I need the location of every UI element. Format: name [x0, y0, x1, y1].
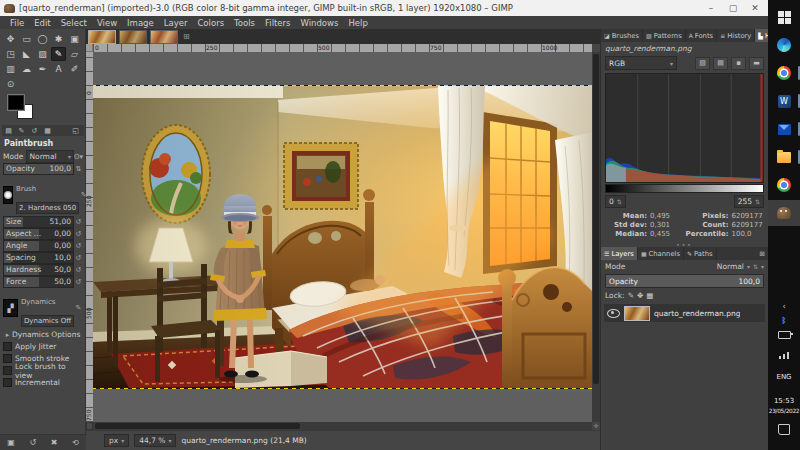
foreground-color-swatch[interactable] — [8, 95, 24, 110]
horizontal-ruler[interactable]: 0 250 500 750 1000 — [93, 44, 592, 52]
close-button[interactable]: ✕ — [744, 0, 766, 16]
notification-center-button[interactable] — [768, 420, 800, 439]
canvas-viewport[interactable] — [93, 52, 592, 422]
force-reset-icon[interactable]: ↺ — [74, 278, 83, 286]
paintbrush-tool-icon[interactable]: ✎ — [51, 47, 66, 61]
chrome-taskbar-button[interactable] — [768, 60, 800, 86]
crop-tool-icon[interactable]: ▣ — [67, 32, 82, 46]
close-dock-icon[interactable]: ⊠ — [756, 247, 768, 260]
expand-button[interactable]: ▪ — [731, 57, 746, 70]
layer-opacity-slider[interactable]: Opacity 100,0 — [605, 274, 764, 288]
brush-thumbnail[interactable] — [3, 186, 13, 204]
menu-image[interactable]: Image — [122, 18, 159, 28]
menu-windows[interactable]: Windows — [296, 18, 344, 28]
language-indicator[interactable]: ENG — [768, 364, 800, 383]
range-max-spinner[interactable]: 255 ⇅ — [734, 195, 764, 208]
ruler-corner-button[interactable] — [86, 44, 93, 52]
transform-tool-icon[interactable]: ◳ — [3, 47, 18, 61]
chevron-down-icon[interactable]: ▾ — [747, 263, 750, 270]
apply-jitter-checkbox-row[interactable]: Apply Jitter — [3, 341, 83, 352]
angle-reset-icon[interactable]: ↺ — [74, 242, 83, 250]
fuzzy-select-tool-icon[interactable]: ✱ — [51, 32, 66, 46]
tab-patterns[interactable]: ▨Patterns — [643, 29, 686, 42]
minimize-button[interactable]: – — [700, 0, 722, 16]
vertical-ruler[interactable]: 0 250 500 750 — [86, 52, 93, 422]
restore-tool-preset-button[interactable]: ↺ — [29, 438, 36, 447]
log-histogram-button[interactable]: ▤ — [713, 57, 728, 70]
text-tool-icon[interactable]: A — [51, 62, 66, 76]
vertical-scrollbar-thumb[interactable] — [593, 54, 599, 384]
menu-layer[interactable]: Layer — [159, 18, 193, 28]
image-tab-thumbnail-3[interactable] — [150, 30, 178, 44]
menu-select[interactable]: Select — [56, 18, 92, 28]
paint-mode-select[interactable]: Normal ▾ — [26, 150, 74, 163]
menu-file[interactable]: File — [5, 18, 29, 28]
network-tray-button[interactable] — [768, 344, 800, 363]
configure-tab-menu-button[interactable]: ◱ — [69, 127, 82, 135]
dock-menu-button[interactable]: ▬ — [749, 57, 764, 70]
tool-opacity-slider[interactable]: Opacity 100,0 — [3, 163, 74, 175]
edit-dynamics-icon[interactable]: ✎ — [74, 304, 83, 312]
gradient-tool-icon[interactable]: ▨ — [35, 47, 50, 61]
apply-jitter-checkbox[interactable] — [3, 342, 12, 351]
tool-options-tab[interactable]: ▤ — [2, 127, 15, 135]
unit-select[interactable]: px ▾ — [104, 434, 129, 447]
battery-tray-button[interactable] — [768, 324, 800, 343]
brush-spacing-slider[interactable]: Spacing 10,0 — [3, 252, 74, 264]
start-button[interactable] — [768, 4, 800, 30]
lock-brush-checkbox-row[interactable]: Lock brush to view — [3, 365, 83, 376]
menu-view[interactable]: View — [92, 18, 122, 28]
vertical-scrollbar[interactable] — [592, 52, 600, 422]
layer-thumbnail[interactable] — [624, 306, 650, 321]
horizontal-scrollbar-thumb[interactable] — [95, 423, 300, 429]
tab-fonts[interactable]: AFonts — [686, 29, 717, 42]
brush-size-slider[interactable]: Size 51,00 — [3, 216, 74, 228]
brush-hardness-slider[interactable]: Hardness 50,0 — [3, 264, 74, 276]
bucket-fill-tool-icon[interactable]: ◣ — [19, 47, 34, 61]
brush-angle-slider[interactable]: Angle 0,00 — [3, 240, 74, 252]
dynamics-thumbnail[interactable]: ▞ — [3, 299, 18, 317]
lock-alpha-icon[interactable]: ▦ — [646, 291, 653, 300]
spacing-reset-icon[interactable]: ↺ — [74, 254, 83, 262]
quick-mask-toggle[interactable] — [86, 422, 93, 430]
size-reset-icon[interactable]: ↺ — [74, 218, 83, 226]
navigation-button[interactable]: ✛ — [592, 422, 600, 430]
menu-tools[interactable]: Tools — [229, 18, 260, 28]
gimp-taskbar-button[interactable] — [768, 200, 800, 226]
rectangle-select-tool-icon[interactable]: ▭ — [19, 32, 34, 46]
brush-name[interactable]: 2. Hardness 050 — [16, 202, 79, 214]
tab-channels[interactable]: ▦Channels — [638, 247, 684, 260]
menu-colors[interactable]: Colors — [192, 18, 229, 28]
delete-tool-preset-button[interactable]: ✖ — [51, 438, 58, 447]
chevron-down-icon[interactable]: ▾ — [761, 263, 764, 270]
image-tab-thumbnail-2[interactable] — [119, 30, 147, 44]
tab-paths[interactable]: ✎Paths — [684, 247, 717, 260]
smudge-tool-icon[interactable]: ☁ — [19, 62, 34, 76]
horizontal-scrollbar[interactable] — [93, 422, 592, 430]
lock-brush-checkbox[interactable] — [3, 366, 12, 375]
reset-tool-options-button[interactable]: ⟲ — [72, 438, 79, 447]
edge-taskbar-button[interactable] — [768, 32, 800, 58]
dynamics-options-expander[interactable]: ▸ Dynamics Options — [3, 329, 83, 340]
lock-pixels-icon[interactable]: ✎ — [628, 291, 634, 300]
image-tab-thumbnail-1[interactable] — [88, 30, 116, 44]
paths-tool-icon[interactable]: ✒ — [35, 62, 50, 76]
layer-row[interactable]: quarto_renderman.png — [604, 304, 765, 322]
layer-visibility-eye-icon[interactable] — [607, 309, 620, 318]
device-status-tab[interactable]: ✎ — [15, 127, 28, 135]
word-taskbar-button[interactable]: W — [768, 88, 800, 114]
maximize-button[interactable]: ▢ — [722, 0, 744, 16]
browser-taskbar-button[interactable] — [768, 172, 800, 198]
mode-switch-icon[interactable]: ⇅ — [753, 263, 758, 270]
brush-force-slider[interactable]: Force 50,0 — [3, 276, 74, 288]
menu-help[interactable]: Help — [343, 18, 372, 28]
eraser-tool-icon[interactable]: ▱ — [67, 47, 82, 61]
save-tool-preset-button[interactable]: ▣ — [7, 438, 15, 447]
range-min-spinner[interactable]: 0 ⇅ — [605, 195, 626, 208]
file-explorer-taskbar-button[interactable] — [768, 144, 800, 170]
opacity-spinner[interactable]: ⇅ — [74, 165, 83, 173]
lock-position-icon[interactable]: ✥ — [637, 291, 643, 300]
aspect-reset-icon[interactable]: ↺ — [74, 230, 83, 238]
menu-edit[interactable]: Edit — [29, 18, 55, 28]
channel-select[interactable]: RGB ▾ — [605, 56, 677, 70]
